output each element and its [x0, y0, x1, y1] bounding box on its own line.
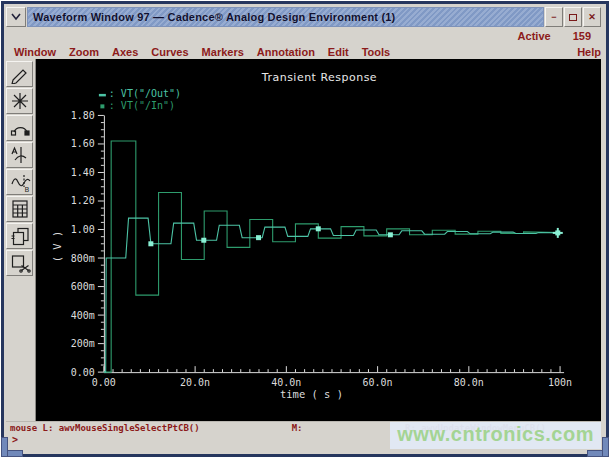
- main-area: B: [6, 59, 601, 421]
- data-point-marker[interactable]: [555, 230, 560, 235]
- watermark: www.cntronics.com: [390, 422, 601, 449]
- menu-zoom[interactable]: Zoom: [69, 46, 99, 58]
- trace-markers[interactable]: [148, 226, 562, 246]
- y-tick-label: 0.00: [71, 367, 95, 378]
- data-point-marker[interactable]: [201, 238, 206, 243]
- crop-scissors-icon: [9, 253, 31, 273]
- trace-in[interactable]: [104, 141, 560, 372]
- close-icon: ✕: [588, 12, 596, 22]
- legend-label: : VT("/Out"): [109, 88, 181, 99]
- legend-dash-icon: [99, 94, 106, 96]
- data-point-marker[interactable]: [316, 226, 321, 231]
- zoom-star-button[interactable]: [6, 88, 33, 114]
- maximize-icon: [569, 14, 577, 21]
- toolbar: B: [6, 59, 35, 421]
- x-tick-label: 40.0n: [271, 377, 301, 388]
- pen-icon: [9, 64, 31, 84]
- minimize-button[interactable]: −: [545, 7, 563, 27]
- y-tick-label: 1.60: [71, 138, 95, 149]
- x-tick-label: 20.0n: [180, 377, 210, 388]
- vertical-marker-icon: [9, 145, 31, 165]
- y-tick-label: 1.00: [71, 224, 95, 235]
- vertical-marker-button[interactable]: [6, 142, 33, 168]
- active-row: Active 159: [6, 28, 601, 44]
- data-point-marker[interactable]: [256, 235, 261, 240]
- plot-area: 0.0020.0n40.0n60.0n80.0n100n0.00200m400m…: [35, 59, 601, 421]
- waveform-b-icon: B: [9, 172, 31, 192]
- menu-edit[interactable]: Edit: [328, 46, 349, 58]
- arc-probe-icon: [9, 118, 31, 138]
- y-tick-label: 1.80: [71, 110, 95, 121]
- arc-probe-button[interactable]: [6, 115, 33, 141]
- data-point-marker[interactable]: [388, 232, 393, 237]
- active-count: 159: [573, 30, 591, 42]
- maximize-button[interactable]: [564, 7, 582, 27]
- resize-corner-bottom-left-v[interactable]: [1, 437, 8, 457]
- x-tick-label: 80.0n: [454, 377, 484, 388]
- y-axis-label: ( V ): [51, 231, 63, 263]
- titlebar-stripes[interactable]: Waveform Window 97 — Cadence® Analog Des…: [27, 7, 544, 27]
- x-axis-label: time ( s ): [280, 388, 343, 400]
- menu-help[interactable]: Help: [577, 46, 601, 58]
- star-burst-icon: [9, 91, 31, 111]
- prompt-symbol: >: [12, 434, 18, 445]
- menu-axes[interactable]: Axes: [112, 46, 138, 58]
- x-tick-label: 0.00: [92, 377, 116, 388]
- y-tick-label: 400m: [71, 310, 95, 321]
- chart-title: Transient Response: [261, 71, 377, 84]
- legend-square-icon: [100, 104, 104, 108]
- status-mouse-middle: M:: [292, 423, 303, 433]
- resize-corner-bottom-right-v[interactable]: [602, 437, 609, 457]
- window-menu-button[interactable]: [6, 7, 26, 27]
- waveform-b-button[interactable]: B: [6, 169, 33, 195]
- copy-window-icon: [9, 226, 31, 246]
- legend-label: : VT("/In"): [109, 100, 175, 111]
- window-title: Waveform Window 97 — Cadence® Analog Des…: [33, 11, 395, 23]
- data-point-marker[interactable]: [148, 241, 153, 246]
- y-tick-label: 800m: [71, 253, 95, 264]
- status-mouse-left: mouse L: awvMouseSingleSelectPtCB(): [10, 423, 200, 433]
- menubar: Window Zoom Axes Curves Markers Annotati…: [6, 44, 601, 59]
- menu-annotation[interactable]: Annotation: [257, 46, 315, 58]
- chevron-down-icon: [10, 13, 22, 21]
- active-label: Active: [518, 30, 551, 42]
- legend: [99, 94, 106, 108]
- y-tick-label: 600m: [71, 281, 95, 292]
- svg-text:B: B: [24, 186, 29, 193]
- y-tick-label: 1.20: [71, 196, 95, 207]
- calculator-icon: [9, 199, 31, 219]
- calculator-button[interactable]: [6, 196, 33, 222]
- titlebar: Waveform Window 97 — Cadence® Analog Des…: [6, 7, 601, 27]
- pen-tool-button[interactable]: [6, 61, 33, 87]
- crop-scissors-button[interactable]: [6, 250, 33, 276]
- y-tick-label: 1.40: [71, 167, 95, 178]
- x-tick-label: 100n: [548, 377, 572, 388]
- menu-tools[interactable]: Tools: [362, 46, 391, 58]
- minimize-icon: −: [551, 12, 556, 22]
- menu-window[interactable]: Window: [14, 46, 56, 58]
- copy-window-button[interactable]: [6, 223, 33, 249]
- menu-curves[interactable]: Curves: [151, 46, 188, 58]
- y-tick-label: 200m: [71, 338, 95, 349]
- waveform-chart[interactable]: 0.0020.0n40.0n60.0n80.0n100n0.00200m400m…: [36, 59, 601, 421]
- waveform-window: Waveform Window 97 — Cadence® Analog Des…: [1, 1, 609, 457]
- x-tick-label: 60.0n: [363, 377, 393, 388]
- trace-out[interactable]: [104, 218, 560, 372]
- menu-markers[interactable]: Markers: [202, 46, 244, 58]
- close-button[interactable]: ✕: [583, 7, 601, 27]
